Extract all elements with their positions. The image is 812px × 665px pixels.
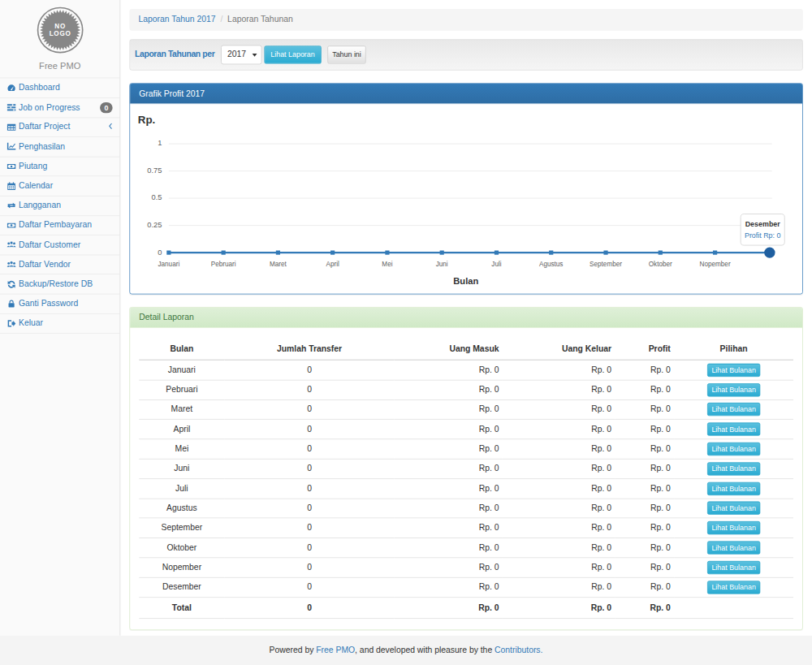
svg-text:LOGO: LOGO xyxy=(49,30,71,37)
svg-text:NO: NO xyxy=(54,23,66,30)
